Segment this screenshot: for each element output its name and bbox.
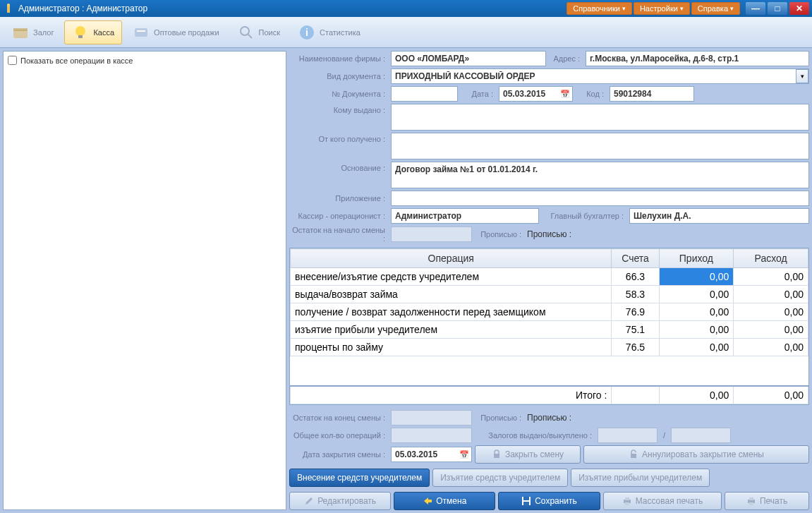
menu-help[interactable]: Справка	[691, 2, 740, 15]
cell-out: 0,00	[734, 286, 808, 303]
cell-acct: 76.5	[612, 339, 659, 356]
show-all-checkbox[interactable]	[8, 56, 17, 65]
deposit-founder-button[interactable]: Внесение средств учредителем	[289, 469, 430, 487]
otkogo-input[interactable]	[391, 133, 809, 159]
col-operation: Операция	[291, 249, 612, 268]
tab-zalog-label: Залог	[33, 28, 54, 37]
withdraw-founder-button[interactable]: Изъятие средств учредителем	[432, 469, 568, 487]
show-all-label: Показать все операции в кассе	[20, 56, 133, 65]
svg-rect-6	[135, 28, 147, 37]
show-all-checkbox-row[interactable]: Показать все операции в кассе	[6, 54, 283, 66]
window-buttons: — □ ✕	[746, 2, 809, 15]
cell-in: 0,00	[659, 303, 734, 321]
chiefacc-input[interactable]	[629, 208, 809, 224]
code-input[interactable]	[610, 86, 694, 102]
cashier-label: Кассир - операционист :	[289, 212, 388, 220]
balance-start-label: Остаток на начало смены :	[289, 226, 388, 243]
slash-label: /	[660, 431, 668, 440]
tab-wholesale-label: Оптовые продажи	[154, 28, 219, 37]
svg-point-8	[241, 27, 249, 35]
total-empty	[612, 386, 659, 404]
tab-search-label: Поиск	[259, 28, 280, 37]
close-shift-button[interactable]: Закрыть смену	[475, 445, 581, 464]
propis-end-value: Прописью :	[527, 413, 571, 423]
table-row[interactable]: изъятие прибыли учредителем75.10,000,00	[291, 321, 808, 339]
left-panel: Показать все операции в кассе	[3, 51, 286, 510]
svg-rect-3	[13, 28, 28, 31]
cell-acct: 66.3	[612, 268, 659, 286]
bulb-icon	[72, 24, 89, 41]
svg-rect-15	[523, 497, 529, 500]
firm-label: Наименование фирмы :	[289, 54, 388, 63]
total-label: Итого :	[291, 386, 612, 404]
col-income: Приход	[659, 249, 734, 268]
edit-button[interactable]: Редактировать	[289, 492, 391, 510]
svg-rect-21	[749, 497, 753, 500]
print-icon-2	[746, 496, 756, 506]
col-account: Счета	[612, 249, 659, 268]
cell-op: выдача/возврат займа	[291, 286, 612, 303]
table-row[interactable]: внесение/изъятие средств учредителем66.3…	[291, 268, 808, 286]
cell-out: 0,00	[734, 303, 808, 321]
closedate-label: Дата закрытия смены :	[289, 450, 388, 459]
table-row[interactable]: выдача/возврат займа58.30,000,00	[291, 286, 808, 303]
calendar-icon-2[interactable]: 📅	[458, 448, 471, 461]
propis-start-value: Прописью :	[527, 229, 571, 239]
addr-input[interactable]	[586, 51, 809, 66]
komu-input[interactable]	[391, 104, 809, 131]
mass-print-button[interactable]: Массовая печать	[603, 492, 722, 510]
table-row[interactable]: проценты по займу76.50,000,00	[291, 339, 808, 356]
svg-rect-5	[78, 35, 83, 38]
cell-acct: 76.9	[612, 303, 659, 321]
cashier-input[interactable]	[391, 208, 539, 224]
table-row[interactable]: получение / возврат задолженности перед …	[291, 303, 808, 321]
svg-rect-13	[631, 454, 636, 458]
svg-line-9	[248, 35, 252, 38]
cancel-close-button[interactable]: Аннулировать закрытие смены	[583, 445, 809, 464]
svg-rect-12	[494, 454, 499, 458]
calendar-icon[interactable]: 📅	[559, 87, 571, 100]
doctype-dropdown-button[interactable]: ▾	[796, 69, 808, 83]
app-icon	[3, 3, 14, 14]
cell-in[interactable]: 0,00	[659, 268, 734, 286]
cell-acct: 75.1	[612, 321, 659, 339]
komu-label: Кому выдано :	[289, 104, 388, 114]
cancel-button[interactable]: Отмена	[394, 492, 495, 510]
maximize-button[interactable]: □	[768, 2, 787, 15]
main-area: Показать все операции в кассе Наименован…	[0, 48, 812, 513]
doctype-input[interactable]	[391, 68, 809, 84]
disk-icon	[521, 496, 531, 506]
basis-label: Основание :	[289, 162, 388, 172]
main-toolbar: Залог Касса Оптовые продажи Поиск i Стат…	[0, 17, 812, 48]
svg-rect-16	[523, 502, 529, 505]
menu-settings[interactable]: Настройки	[634, 2, 690, 15]
menu-references[interactable]: Справочники	[566, 2, 632, 15]
cell-in: 0,00	[659, 286, 734, 303]
balance-start-value	[391, 227, 472, 242]
operations-table-area: Операция Счета Приход Расход внесение/из…	[289, 248, 809, 405]
minimize-button[interactable]: —	[746, 2, 765, 15]
zalogs-out-value	[598, 428, 658, 443]
addr-label: Адрес :	[549, 54, 583, 63]
search-icon	[238, 24, 255, 41]
basis-input[interactable]	[391, 162, 809, 188]
tab-zalog[interactable]: Залог	[4, 20, 61, 44]
tab-wholesale[interactable]: Оптовые продажи	[125, 20, 226, 44]
app-input[interactable]	[391, 191, 809, 206]
operations-table: Операция Счета Приход Расход внесение/из…	[290, 248, 808, 356]
col-expense: Расход	[734, 249, 808, 268]
withdraw-profit-button[interactable]: Изъятие прибыли учредителем	[571, 469, 710, 487]
docnum-input[interactable]	[391, 86, 458, 102]
svg-point-4	[75, 26, 85, 36]
tab-kassa[interactable]: Касса	[64, 20, 122, 44]
tab-search[interactable]: Поиск	[230, 20, 288, 44]
svg-point-1	[7, 4, 10, 6]
tab-stats[interactable]: i Статистика	[291, 20, 368, 44]
save-button[interactable]: Сохранить	[498, 492, 600, 510]
close-button[interactable]: ✕	[789, 2, 809, 15]
print-button[interactable]: Печать	[725, 492, 809, 510]
back-icon	[423, 496, 432, 506]
firm-input[interactable]	[391, 51, 546, 66]
cell-op: внесение/изъятие средств учредителем	[291, 268, 612, 286]
cell-in: 0,00	[659, 321, 734, 339]
